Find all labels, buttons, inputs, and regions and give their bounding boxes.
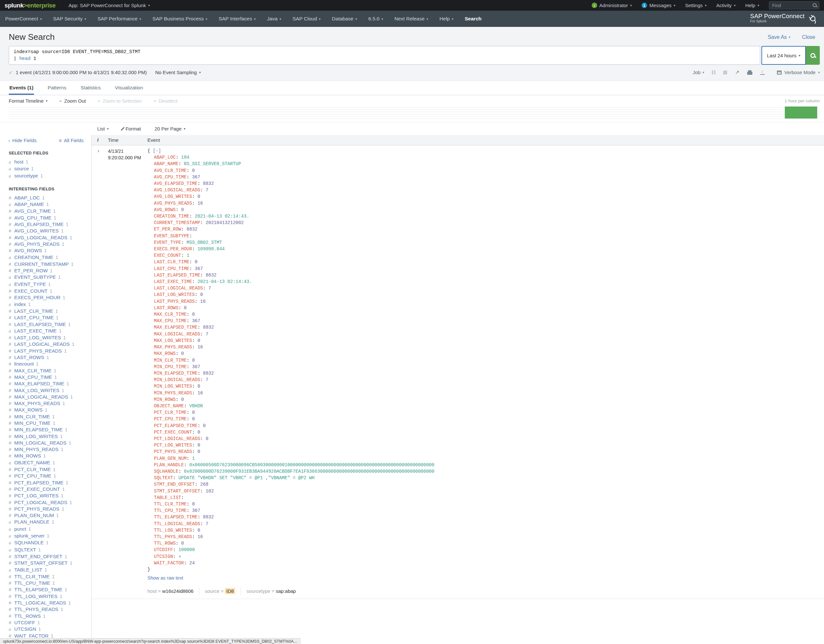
field-item-stmt-start-offset[interactable]: #STMT_START_OFFSET1 [9, 560, 91, 566]
field-item-event-subtype[interactable]: aEVENT_SUBTYPE1 [9, 274, 91, 281]
field-item-ttl-logical-reads[interactable]: #TTL_LOGICAL_READS1 [9, 600, 91, 606]
event-field-value[interactable]: MSS_DB02_STMT [187, 240, 222, 245]
event-field-value[interactable]: 0 [200, 292, 203, 297]
event-field-value[interactable]: 8832 [203, 371, 214, 376]
event-field-value[interactable]: 0x02000000D76239000F931EB3BA944920ACBDBF… [184, 469, 434, 474]
event-field-value[interactable]: 0 [192, 410, 195, 415]
show-raw-text-link[interactable]: Show as raw text [148, 575, 183, 581]
field-item-avg-elapsed-time[interactable]: #AVG_ELAPSED_TIME1 [9, 221, 91, 228]
topbar-menu-administrator[interactable]: iAdministrator▾ [592, 3, 632, 8]
event-field-value[interactable]: 16 [197, 201, 203, 206]
nav-item-sap-interfaces[interactable]: SAP Interfaces▾ [219, 16, 256, 22]
event-field-key[interactable]: AVG_CLR_TIME [154, 168, 187, 173]
field-item-avg-log-writes[interactable]: #AVG_LOG_WRITES1 [9, 228, 91, 234]
field-item-ttl-log-writes[interactable]: #TTL_LOG_WRITES1 [9, 593, 91, 600]
event-field-key[interactable]: MIN_PHYS_READS [154, 391, 192, 396]
stop-button[interactable] [723, 71, 727, 75]
field-item-min-rows[interactable]: #MIN_ROWS1 [9, 452, 91, 459]
event-field-value[interactable]: 8832 [203, 325, 214, 330]
event-field-key[interactable]: MIN_ELAPSED_TIME [154, 371, 197, 376]
field-item-max-cpu-time[interactable]: #MAX_CPU_TIME1 [9, 374, 91, 380]
event-field-value[interactable]: 109098.844 [197, 246, 224, 251]
event-field-key[interactable]: AVG_LOGICAL_READS [154, 187, 200, 193]
event-field-value[interactable]: 0x06000500D76239000096CB5803000000010000… [189, 462, 434, 468]
nav-item-sap-performance[interactable]: SAP Performance▾ [98, 16, 141, 22]
event-field-value[interactable]: 268 [200, 482, 208, 487]
search-button[interactable] [806, 46, 820, 65]
event-field-value[interactable]: 8832 [203, 181, 214, 186]
timeline-chart[interactable] [9, 105, 820, 119]
field-item-last-logical-reads[interactable]: #LAST_LOGICAL_READS1 [9, 341, 91, 347]
field-item-last-exec-time[interactable]: aLAST_EXEC_TIME1 [9, 328, 91, 334]
event-field-key[interactable]: LAST_ROWS [154, 305, 178, 311]
event-field-value[interactable]: 184 [181, 155, 189, 160]
field-item-pct-exec-count[interactable]: #PCT_EXEC_COUNT1 [9, 486, 91, 492]
event-field-key[interactable]: LAST_CLR_TIME [154, 259, 189, 265]
event-field-value[interactable]: 367 [192, 364, 200, 370]
field-item-last-cpu-time[interactable]: #LAST_CPU_TIME1 [9, 314, 91, 321]
event-field-key[interactable]: EXEC_COUNT [154, 253, 181, 258]
field-item-plan-handle[interactable]: aPLAN_HANDLE1 [9, 519, 91, 526]
event-field-value[interactable]: 8832 [187, 227, 198, 232]
tab-events-1[interactable]: Events (1) [9, 81, 34, 95]
event-field-key[interactable]: LAST_EXEC_TIME [154, 279, 192, 284]
event-field-value[interactable]: 0 [192, 168, 195, 173]
nav-item-next-release[interactable]: Next Release▾ [394, 16, 428, 22]
field-item-pct-cpu-time[interactable]: #PCT_CPU_TIME1 [9, 473, 91, 479]
event-field-value[interactable]: 367 [192, 318, 200, 324]
field-item-max-rows[interactable]: #MAX_ROWS1 [9, 407, 91, 413]
event-field-value[interactable]: 2021-04-13 02:14:43. [197, 279, 252, 284]
field-item-pct-clr-time[interactable]: #PCT_CLR_TIME1 [9, 466, 91, 473]
field-item-ttl-rows[interactable]: #TTL_ROWS1 [9, 613, 91, 619]
per-page-dropdown[interactable]: 20 Per Page ▾ [155, 126, 185, 132]
event-field-key[interactable]: MAX_PHYS_READS [154, 345, 192, 350]
topbar-menu-settings[interactable]: Settings▾ [685, 3, 706, 8]
field-item-host[interactable]: ahost1 [9, 159, 91, 166]
event-field-key[interactable]: MAX_CLR_TIME [154, 312, 187, 317]
event-field-key[interactable]: PCT_PHYS_READS [154, 449, 192, 454]
event-field-value[interactable]: 0 [197, 443, 200, 448]
expand-event-icon[interactable]: › [92, 148, 108, 599]
event-field-key[interactable]: AVG_LOG_WRITES [154, 194, 192, 199]
event-field-key[interactable]: MIN_CPU_TIME [154, 364, 187, 370]
topbar-menu-activity[interactable]: Activity▾ [716, 3, 736, 8]
event-field-value[interactable]: 8832 [206, 273, 217, 278]
event-field-value[interactable]: 7 [206, 377, 208, 382]
event-field-value[interactable]: 0 [197, 384, 200, 389]
field-item-last-clr-time[interactable]: #LAST_CLR_TIME1 [9, 308, 91, 314]
event-field-value[interactable]: 367 [192, 175, 200, 180]
time-range-picker[interactable]: Last 24 hours ▾ [761, 46, 806, 65]
field-item-pct-elapsed-time[interactable]: #PCT_ELAPSED_TIME1 [9, 480, 91, 486]
hide-fields-button[interactable]: ‹ Hide Fields [8, 138, 37, 143]
event-field-key[interactable]: AVG_ELAPSED_TIME [154, 181, 197, 186]
event-field-key[interactable]: CURRENT_TIMESTAMP [154, 220, 200, 225]
event-field-value[interactable]: VBHDR [189, 403, 203, 409]
event-field-key[interactable]: MAX_CPU_TIME [154, 318, 187, 324]
field-item-last-phys-reads[interactable]: #LAST_PHYS_READS1 [9, 348, 91, 354]
field-item-ttl-phys-reads[interactable]: #TTL_PHYS_READS1 [9, 606, 91, 613]
field-item-max-elapsed-time[interactable]: #MAX_ELAPSED_TIME1 [9, 380, 91, 387]
event-field-value[interactable]: 16 [197, 534, 203, 540]
event-field-key[interactable]: SQLHANDLE [154, 469, 178, 474]
event-field-value[interactable]: 0 [192, 358, 195, 363]
search-icon[interactable] [813, 3, 816, 7]
event-field-key[interactable]: TTL_ELAPSED_TIME [154, 515, 197, 520]
event-field-key[interactable]: CREATION_TIME [154, 214, 189, 219]
field-item-linecount[interactable]: #linecount1 [9, 361, 91, 367]
field-item-pct-log-writes[interactable]: #PCT_LOG_WRITES1 [9, 492, 91, 499]
meta-field-value[interactable]: w16s24id8606 [162, 588, 194, 594]
event-field-value[interactable]: 0 [203, 423, 205, 428]
list-view-dropdown[interactable]: List ▾ [97, 126, 109, 132]
field-item-ttl-clr-time[interactable]: #TTL_CLR_TIME1 [9, 573, 91, 580]
field-item-pct-phys-reads[interactable]: #PCT_PHYS_READS1 [9, 506, 91, 512]
search-mode-dropdown[interactable]: Verbose Mode ▾ [777, 70, 820, 75]
event-field-key[interactable]: MAX_LOG_WRITES [154, 338, 192, 343]
event-field-value[interactable]: 24 [189, 560, 195, 566]
event-field-value[interactable]: 1 [187, 253, 189, 258]
field-item-avg-rows[interactable]: #AVG_ROWS1 [9, 247, 91, 254]
event-field-value[interactable]: 0 [184, 305, 186, 311]
nav-item-help[interactable]: Help▾ [440, 16, 454, 22]
event-field-key[interactable]: LAST_CPU_TIME [154, 266, 189, 271]
event-field-value[interactable]: 16 [197, 391, 203, 396]
event-field-value[interactable]: 367 [195, 266, 203, 271]
